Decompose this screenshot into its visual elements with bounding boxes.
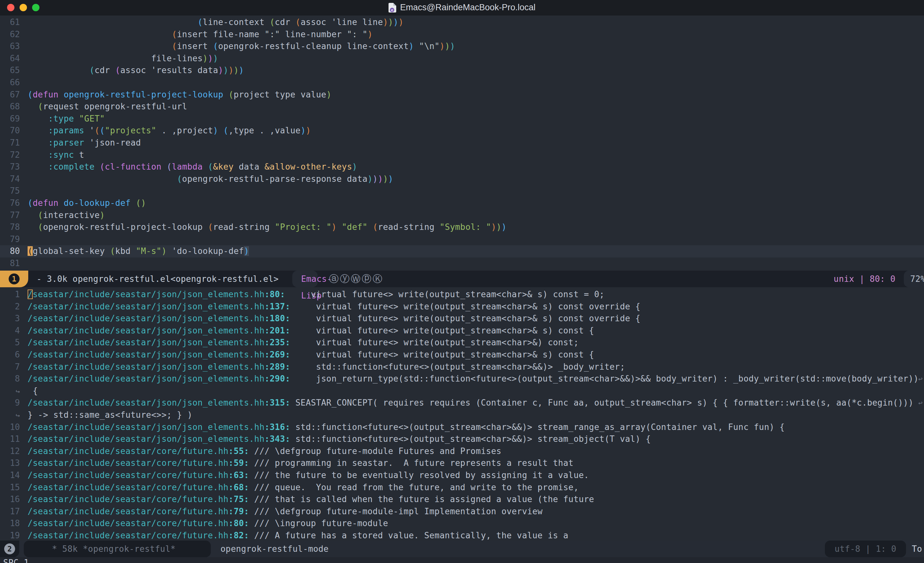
code-line[interactable]: 69 :type "GET" [0,113,924,125]
code-line[interactable]: 61 (line-context (cdr (assoc 'line line)… [0,16,924,28]
result-line-location: :68: [228,482,249,492]
code-line[interactable]: 72 :sync t [0,149,924,161]
line-number: 69 [0,113,28,125]
code-buffer-window[interactable]: 61 (line-context (cdr (assoc 'line line)… [0,15,924,271]
line-number: 61 [0,16,28,28]
result-text: /// programming in seastar. A future rep… [249,458,573,468]
line-number: 18 [0,518,28,530]
result-line[interactable]: 1/seastar/include/seastar/json/json_elem… [0,289,924,301]
code-line[interactable]: 78 (opengrok-restful-project-lookup (rea… [0,221,924,234]
result-line[interactable]: 6/seastar/include/seastar/json/json_elem… [0,349,924,361]
result-line[interactable]: 2/seastar/include/seastar/json/json_elem… [0,301,924,313]
result-file-path: /seastar/include/seastar/core/future.hh [28,470,228,480]
result-text: /// \defgroup future-module-impl Impleme… [249,506,543,516]
result-line[interactable]: 16/seastar/include/seastar/core/future.h… [0,493,924,506]
code-line[interactable]: 71 :parser 'json-read [0,137,924,149]
result-text: /// \ingroup future-module [249,518,388,528]
workspace-badge: 1 [9,274,20,284]
result-line[interactable]: 11/seastar/include/seastar/json/json_ele… [0,433,924,445]
result-line-continuation[interactable]: ↪} -> std::same_as<future<>>; } ) [0,409,924,421]
result-file-path: /seastar/include/seastar/json/json_eleme… [28,326,264,335]
cursor-hollow: / [28,289,33,299]
result-line[interactable]: 9/seastar/include/seastar/json/json_elem… [0,397,924,409]
line-number: 70 [0,125,28,137]
result-file-path: /seastar/include/seastar/core/future.hh [28,482,228,492]
close-icon[interactable] [7,4,14,11]
code-line[interactable]: 70 :params '(("projects" . ,project) (,t… [0,125,924,137]
result-line[interactable]: 4/seastar/include/seastar/json/json_elem… [0,325,924,337]
code-line[interactable]: 76(defun do-lookup-def () [0,197,924,210]
result-line[interactable]: 15/seastar/include/seastar/core/future.h… [0,482,924,494]
result-line-continuation[interactable]: ↪ { [0,385,924,397]
code-line[interactable]: 66 [0,76,924,89]
result-text: std::function<future<>(output_stream<cha… [290,422,785,432]
code-line[interactable]: 63 (insert (opengrok-restful-cleanup lin… [0,40,924,52]
code-line[interactable]: 68 (request opengrok-restful-url [0,101,924,113]
code-line[interactable]: 62 (insert file-name ":" line-number ": … [0,28,924,41]
result-line-location: :55: [228,446,249,456]
result-text: std::function<future<>(output_stream<cha… [290,362,625,371]
workspace-tab[interactable]: 1 [0,271,28,287]
result-line[interactable]: 13/seastar/include/seastar/core/future.h… [0,457,924,469]
wrap-icon: ↪ [16,387,20,395]
scroll-percent: 72% [904,271,924,287]
code-text: (defun opengrok-restful-project-lookup (… [28,90,332,99]
code-line[interactable]: 81 [0,258,924,270]
result-text: virtual future<> write(output_stream<cha… [290,350,594,359]
result-file-path: /seastar/include/seastar/json/json_eleme… [28,398,264,407]
result-line[interactable]: 8/seastar/include/seastar/json/json_elem… [0,373,924,385]
result-line-location: :290: [264,374,290,383]
line-number: 74 [0,173,28,185]
result-line-location: :289: [264,362,290,371]
result-line[interactable]: 17/seastar/include/seastar/core/future.h… [0,506,924,518]
major-mode-indicator-bottom[interactable]: opengrok-restful-mode [220,544,328,554]
result-line-location: :235: [264,338,290,347]
result-file-path: /seastar/include/seastar/json/json_eleme… [28,362,264,371]
line-number: 72 [0,149,28,161]
code-text: file-lines))) [28,54,218,63]
modeline-flag-icons: ⓐⓨⓌⓟⓀ [329,273,384,286]
code-line[interactable]: 75 [0,185,924,197]
result-line[interactable]: 3/seastar/include/seastar/json/json_elem… [0,313,924,325]
result-text: /// A future has a stored value. Semanti… [249,531,568,540]
line-number: 78 [0,221,28,234]
result-line[interactable]: 5/seastar/include/seastar/json/json_elem… [0,337,924,349]
result-file-path: /seastar/include/seastar/core/future.hh [28,506,228,516]
titlebar: Emacs@RaindeMacBook-Pro.local [0,0,924,15]
line-number: 67 [0,89,28,101]
code-text: (request opengrok-restful-url [28,102,188,111]
code-line[interactable]: 77 (interactive) [0,210,924,222]
zoom-icon[interactable] [32,4,39,11]
result-line[interactable]: 10/seastar/include/seastar/json/json_ele… [0,421,924,433]
result-text: /// queue. You read from the future, and… [249,482,579,492]
result-text: virtual future<> write(output_stream<cha… [290,326,594,335]
code-line[interactable]: 74 (opengrok-restful-parse-response data… [0,173,924,185]
major-mode-indicator[interactable]: Emacs-Lisp [292,271,318,287]
code-line[interactable]: 79 [0,234,924,246]
result-line-location: :201: [264,326,290,335]
result-line[interactable]: 19/seastar/include/seastar/core/future.h… [0,530,924,541]
result-line[interactable]: 18/seastar/include/seastar/core/future.h… [0,518,924,530]
line-number: 10 [0,421,28,433]
line-number: 75 [0,185,28,197]
result-line[interactable]: 7/seastar/include/seastar/json/json_elem… [0,361,924,373]
result-line-location: :316: [264,422,290,432]
code-line[interactable]: 64 file-lines))) [0,52,924,65]
result-text: /// the future to be eventually resolved… [249,470,589,480]
workspace-tab-bottom[interactable]: 2 [0,541,19,557]
code-line[interactable]: 80(global-set-key (kbd "M-s") 'do-lookup… [0,245,924,258]
code-line[interactable]: 65 (cdr (assoc 'results data))))) [0,64,924,76]
line-number: 12 [0,445,28,458]
result-file-path: /seastar/include/seastar/core/future.hh [28,494,228,504]
result-file-path: /seastar/include/seastar/json/json_eleme… [28,302,264,311]
result-line[interactable]: 12/seastar/include/seastar/core/future.h… [0,445,924,458]
code-line[interactable]: 67(defun opengrok-restful-project-lookup… [0,89,924,101]
minibuffer[interactable]: SPC 1 [0,557,924,563]
results-buffer-window[interactable]: 1/seastar/include/seastar/json/json_elem… [0,287,924,541]
result-line[interactable]: 14/seastar/include/seastar/core/future.h… [0,469,924,482]
code-text: :sync t [28,150,84,160]
code-line[interactable]: 73 :complete (cl-function (lambda (&key … [0,161,924,173]
result-line-location: :82: [228,531,249,540]
minimize-icon[interactable] [20,4,27,11]
code-text: (cdr (assoc 'results data))))) [28,65,244,75]
